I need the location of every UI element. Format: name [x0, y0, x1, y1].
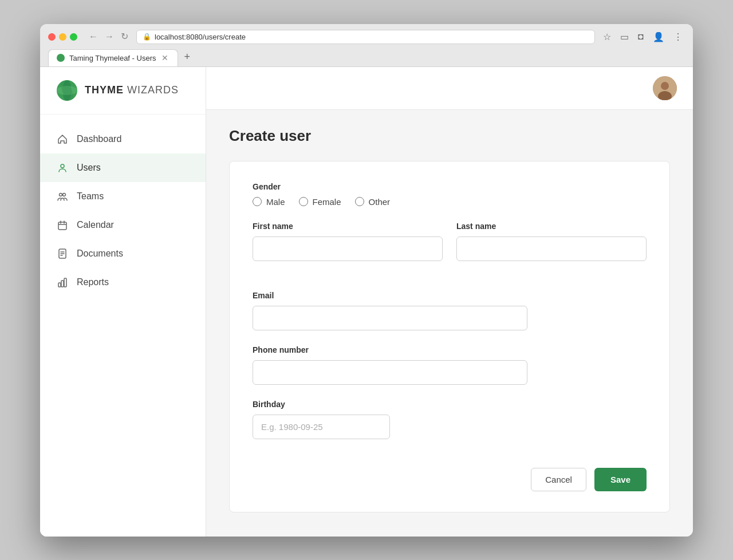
- browser-toolbar-icons: ☆ ▭ ◘ 👤 ⋮: [601, 30, 685, 44]
- back-button[interactable]: ←: [86, 31, 100, 42]
- sidebar-item-reports[interactable]: Reports: [40, 268, 206, 297]
- gender-radio-group: Male Female Other: [253, 197, 647, 207]
- last-name-group: Last name: [456, 222, 647, 261]
- cast-icon[interactable]: ▭: [618, 30, 631, 44]
- new-tab-button[interactable]: +: [179, 49, 195, 65]
- gender-female-input[interactable]: [299, 197, 308, 206]
- gender-group: Gender Male Female: [253, 182, 647, 207]
- main-content: Create user Gender Male: [206, 67, 693, 537]
- gender-female-label: Female: [313, 197, 341, 207]
- svg-rect-11: [64, 278, 66, 287]
- svg-rect-10: [61, 281, 64, 287]
- users-icon: [56, 161, 69, 174]
- brand-part1: THYME: [85, 84, 124, 96]
- email-group: Email: [253, 291, 647, 330]
- birthday-label: Birthday: [253, 400, 647, 409]
- forward-button[interactable]: →: [103, 31, 116, 42]
- browser-window: ← → ↻ 🔒 localhost:8080/users/create ☆ ▭ …: [40, 24, 693, 537]
- save-button[interactable]: Save: [594, 468, 647, 491]
- address-bar[interactable]: 🔒 localhost:8080/users/create: [136, 30, 595, 44]
- svg-point-5: [60, 193, 62, 196]
- sidebar-item-users[interactable]: Users: [40, 153, 206, 182]
- sidebar-logo: THYME WIZARDS: [40, 67, 206, 115]
- close-traffic-light[interactable]: [48, 33, 56, 41]
- phone-group: Phone number: [253, 345, 647, 385]
- gender-other-label: Other: [369, 197, 391, 207]
- tab-title: Taming Thymeleaf - Users: [69, 54, 156, 62]
- security-icon: 🔒: [143, 33, 151, 41]
- refresh-button[interactable]: ↻: [119, 31, 131, 42]
- gender-male-input[interactable]: [253, 197, 262, 206]
- sidebar-item-teams[interactable]: Teams: [40, 182, 206, 211]
- form-actions: Cancel Save: [253, 456, 647, 491]
- header-bar: [206, 67, 693, 110]
- bookmark-icon[interactable]: ☆: [601, 30, 613, 44]
- browser-chrome: ← → ↻ 🔒 localhost:8080/users/create ☆ ▭ …: [40, 24, 693, 67]
- gender-other-option[interactable]: Other: [355, 197, 391, 207]
- reports-label: Reports: [77, 277, 109, 287]
- svg-rect-7: [58, 222, 66, 230]
- page-title: Create user: [229, 127, 670, 145]
- svg-point-4: [61, 164, 64, 168]
- nav-buttons: ← → ↻: [86, 31, 131, 42]
- first-name-input[interactable]: [253, 236, 443, 261]
- phone-input[interactable]: [253, 360, 527, 385]
- svg-point-6: [63, 193, 66, 196]
- svg-rect-9: [58, 283, 61, 287]
- form-card: Gender Male Female: [229, 161, 670, 512]
- content-area: Create user Gender Male: [206, 110, 693, 537]
- users-label: Users: [77, 163, 101, 173]
- gender-male-option[interactable]: Male: [253, 197, 285, 207]
- tab-close-button[interactable]: ✕: [160, 54, 170, 62]
- avatar-image: [653, 76, 677, 100]
- last-name-label: Last name: [456, 222, 647, 231]
- logo-icon: [56, 80, 78, 101]
- first-name-group: First name: [253, 222, 443, 261]
- chart-icon: [56, 276, 69, 289]
- gender-male-label: Male: [266, 197, 285, 207]
- last-name-input[interactable]: [456, 236, 647, 261]
- tab-favicon: [57, 54, 65, 62]
- sidebar-item-calendar[interactable]: Calendar: [40, 211, 206, 239]
- calendar-label: Calendar: [77, 220, 114, 230]
- sidebar: THYME WIZARDS Dashboard: [40, 67, 206, 537]
- brand-name: THYME WIZARDS: [85, 84, 179, 96]
- dashboard-label: Dashboard: [77, 134, 121, 144]
- home-icon: [56, 133, 69, 145]
- brand-part2: WIZARDS: [127, 84, 179, 96]
- email-input[interactable]: [253, 306, 527, 330]
- avatar[interactable]: [653, 76, 677, 100]
- cancel-button[interactable]: Cancel: [531, 468, 586, 491]
- teams-label: Teams: [77, 191, 104, 202]
- svg-point-13: [661, 82, 669, 90]
- name-row: First name Last name: [253, 222, 647, 276]
- fullscreen-traffic-light[interactable]: [70, 33, 77, 41]
- documents-label: Documents: [77, 249, 123, 259]
- gender-female-option[interactable]: Female: [299, 197, 341, 207]
- calendar-icon: [56, 219, 69, 231]
- app-layout: THYME WIZARDS Dashboard: [40, 67, 693, 537]
- gender-label: Gender: [253, 182, 647, 191]
- first-name-label: First name: [253, 222, 443, 231]
- birthday-input[interactable]: [253, 415, 390, 439]
- minimize-traffic-light[interactable]: [59, 33, 66, 41]
- menu-icon[interactable]: ⋮: [671, 30, 685, 44]
- traffic-lights: [48, 33, 77, 41]
- team-icon: [56, 190, 69, 203]
- browser-tabs: Taming Thymeleaf - Users ✕ +: [48, 49, 685, 66]
- phone-label: Phone number: [253, 345, 647, 354]
- sidebar-item-documents[interactable]: Documents: [40, 239, 206, 268]
- email-label: Email: [253, 291, 647, 300]
- active-tab[interactable]: Taming Thymeleaf - Users ✕: [48, 49, 178, 66]
- url-text: localhost:8080/users/create: [155, 33, 589, 41]
- profile-icon[interactable]: 👤: [651, 30, 667, 44]
- sidebar-item-dashboard[interactable]: Dashboard: [40, 125, 206, 153]
- sidebar-nav: Dashboard Users: [40, 115, 206, 537]
- document-icon: [56, 247, 69, 260]
- birthday-group: Birthday: [253, 400, 647, 439]
- puzzle-icon[interactable]: ◘: [636, 30, 646, 43]
- gender-other-input[interactable]: [355, 197, 364, 206]
